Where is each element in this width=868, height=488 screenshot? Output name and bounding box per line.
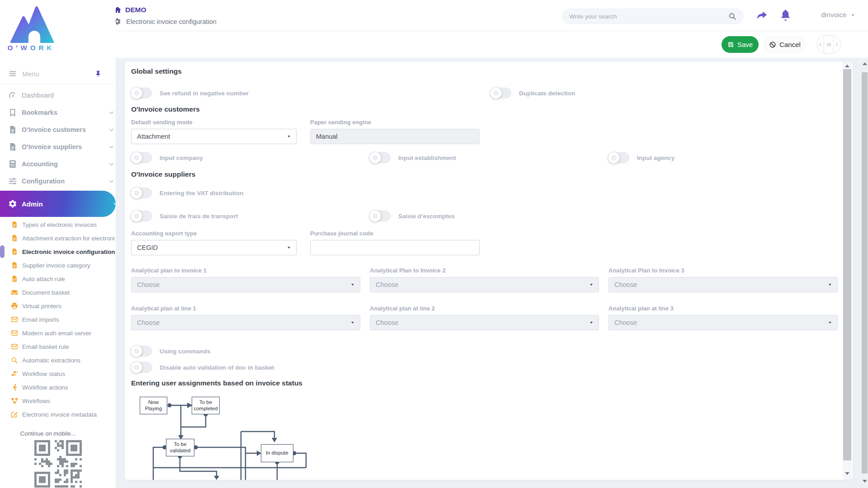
field-label: Default sending mode bbox=[131, 119, 193, 126]
discount-entry-toggle[interactable] bbox=[370, 211, 391, 221]
pager-prev-button[interactable] bbox=[817, 36, 824, 53]
cancel-button[interactable]: Cancel bbox=[764, 36, 806, 53]
field-label: Analytical plan to invoice 1 bbox=[131, 267, 207, 274]
sidebar-item-bookmarks[interactable]: Bookmarks bbox=[0, 104, 116, 121]
chevron-down-icon bbox=[113, 201, 119, 207]
menu-label: Menu bbox=[22, 70, 39, 78]
page-title-label: Electronic invoice configuration bbox=[126, 18, 217, 25]
scroll-down-arrow[interactable] bbox=[863, 480, 867, 483]
vat-distribution-toggle[interactable] bbox=[131, 188, 152, 198]
sidebar-divider bbox=[0, 84, 113, 84]
user-menu[interactable]: dinvoice bbox=[821, 11, 855, 19]
section-title-oinvoice-suppliers: O'Invoice suppliers bbox=[131, 170, 195, 178]
share-icon[interactable] bbox=[756, 9, 768, 22]
scrollbar-thumb[interactable] bbox=[862, 72, 868, 474]
search-input[interactable] bbox=[569, 13, 728, 20]
field-label: Analytical plan at line 2 bbox=[370, 305, 435, 312]
submenu-item-attachment-extraction[interactable]: Attachment extraction for electroni bbox=[0, 231, 116, 245]
panel-scrollbar[interactable] bbox=[843, 62, 852, 480]
admin-submenu: Types of electronic invoices Attachment … bbox=[0, 218, 116, 421]
sidebar-item-dashboard[interactable]: Dashboard bbox=[0, 87, 116, 104]
analytical-plan-line-1-select[interactable]: Choose bbox=[131, 315, 360, 330]
sidebar-item-accounting[interactable]: Accounting bbox=[0, 155, 116, 173]
toggle-label: See refund in negative number bbox=[160, 90, 249, 97]
submenu-item-automatic-extractions[interactable]: Automatic extractions bbox=[0, 353, 116, 367]
analytical-plan-line-3-select[interactable]: Choose bbox=[609, 315, 838, 330]
input-company-toggle[interactable] bbox=[131, 152, 152, 163]
scroll-up-arrow[interactable] bbox=[845, 65, 849, 67]
scrollbar-thumb[interactable] bbox=[843, 69, 851, 460]
envelope-icon bbox=[11, 329, 18, 337]
scroll-up-arrow[interactable] bbox=[863, 62, 867, 65]
caret-down-icon bbox=[350, 282, 355, 287]
sidebar-item-oinvoice-suppliers[interactable]: O'Invoice suppliers bbox=[0, 138, 116, 155]
transport-fees-toggle[interactable] bbox=[131, 211, 152, 221]
sidebar-item-configuration[interactable]: Configuration bbox=[0, 173, 116, 190]
search-icon[interactable] bbox=[728, 12, 736, 20]
submenu-item-electronic-invoice-metadata[interactable]: Electronic invoice metadata bbox=[0, 408, 116, 421]
duplicate-detection-toggle[interactable] bbox=[491, 88, 511, 99]
pager-list-button[interactable] bbox=[824, 36, 834, 53]
chevron-down-icon bbox=[108, 127, 114, 133]
submenu-item-types-of-electronic-invoices[interactable]: Types of electronic invoices bbox=[0, 218, 116, 231]
submenu-item-virtual-printers[interactable]: Virtual printers bbox=[0, 299, 116, 313]
submenu-item-modern-auth-email-server[interactable]: Modern auth email server bbox=[0, 326, 116, 340]
envelope-icon bbox=[11, 316, 18, 323]
chevron-right-icon bbox=[835, 42, 840, 47]
paper-sending-engine-input[interactable] bbox=[310, 129, 480, 144]
breadcrumb[interactable]: DEMO bbox=[113, 6, 146, 14]
file-icon bbox=[11, 248, 18, 255]
field-label: Analytical plan at line 1 bbox=[131, 305, 196, 312]
global-search[interactable] bbox=[562, 9, 743, 24]
sidebar-item-admin[interactable]: Admin bbox=[0, 191, 116, 217]
disable-auto-validation-toggle[interactable] bbox=[131, 362, 152, 373]
scroll-down-arrow[interactable] bbox=[845, 472, 849, 475]
submenu-item-auto-attach-rule[interactable]: Auto attach rule bbox=[0, 272, 116, 286]
accounting-export-type-select[interactable]: CEGID bbox=[131, 240, 297, 255]
sidebar-menu-header: Menu bbox=[0, 66, 116, 81]
bell-icon[interactable] bbox=[779, 9, 792, 21]
caret-down-icon bbox=[828, 282, 832, 287]
brand-logo[interactable] bbox=[8, 6, 56, 43]
inbox-icon bbox=[11, 289, 18, 296]
submenu-item-workflow-actions[interactable]: Workflow actions bbox=[0, 380, 116, 394]
toggle-label: Disable auto validation of doc in basket bbox=[160, 364, 274, 371]
field-label: Accounting export type bbox=[131, 230, 197, 237]
using-commands-toggle[interactable] bbox=[131, 346, 152, 357]
save-button[interactable]: Save bbox=[722, 36, 759, 53]
pin-icon[interactable] bbox=[94, 70, 102, 78]
sidebar-nav: Dashboard Bookmarks O'Invoice customers … bbox=[0, 87, 116, 217]
submenu-item-workflow-status[interactable]: Workflow status bbox=[0, 367, 116, 380]
submenu-item-email-imports[interactable]: Email imports bbox=[0, 313, 116, 326]
analytical-plan-invoice-3-select[interactable]: Choose bbox=[609, 277, 838, 292]
analytical-plan-invoice-2-select[interactable]: Choose bbox=[370, 277, 599, 292]
input-agency-toggle[interactable] bbox=[609, 152, 629, 163]
hamburger-icon[interactable] bbox=[8, 70, 17, 78]
purchase-journal-code-input[interactable] bbox=[310, 240, 480, 255]
diagram-icon bbox=[11, 397, 18, 404]
submenu-item-electronic-invoice-configuration[interactable]: Electronic invoice configuration bbox=[0, 245, 116, 258]
toggle-label: Input agency bbox=[637, 155, 675, 161]
file-icon bbox=[8, 142, 17, 151]
analytical-plan-invoice-1-select[interactable]: Choose bbox=[131, 277, 360, 292]
gear-icon bbox=[8, 199, 17, 208]
caret-down-icon bbox=[589, 282, 594, 287]
analytical-plan-line-2-select[interactable]: Choose bbox=[370, 315, 599, 330]
file-icon bbox=[11, 262, 18, 269]
see-refund-toggle[interactable] bbox=[131, 88, 152, 99]
sidebar: O'WORK Menu Dashboard Bookmarks O'Invoic… bbox=[0, 0, 116, 488]
page-scrollbar[interactable] bbox=[861, 59, 868, 488]
submenu-item-document-basket[interactable]: Document basket bbox=[0, 286, 116, 299]
input-establishment-toggle[interactable] bbox=[370, 152, 391, 163]
default-sending-mode-select[interactable]: Attachment bbox=[131, 129, 297, 144]
pager-next-button[interactable] bbox=[834, 36, 840, 53]
submenu-item-email-basket-rule[interactable]: Email basket rule bbox=[0, 340, 116, 353]
submenu-item-workflows[interactable]: Workflows bbox=[0, 394, 116, 408]
toggle-label: Duplicate detection bbox=[519, 90, 576, 97]
submenu-item-supplier-invoice-category[interactable]: Supplier invoice category bbox=[0, 258, 116, 272]
toggle-label: Saisie de frais de transport bbox=[160, 213, 238, 220]
workflow-node: Now Playing bbox=[140, 397, 167, 414]
sidebar-item-oinvoice-customers[interactable]: O'Invoice customers bbox=[0, 121, 116, 138]
qr-code bbox=[34, 440, 82, 488]
caret-down-icon bbox=[287, 245, 291, 250]
